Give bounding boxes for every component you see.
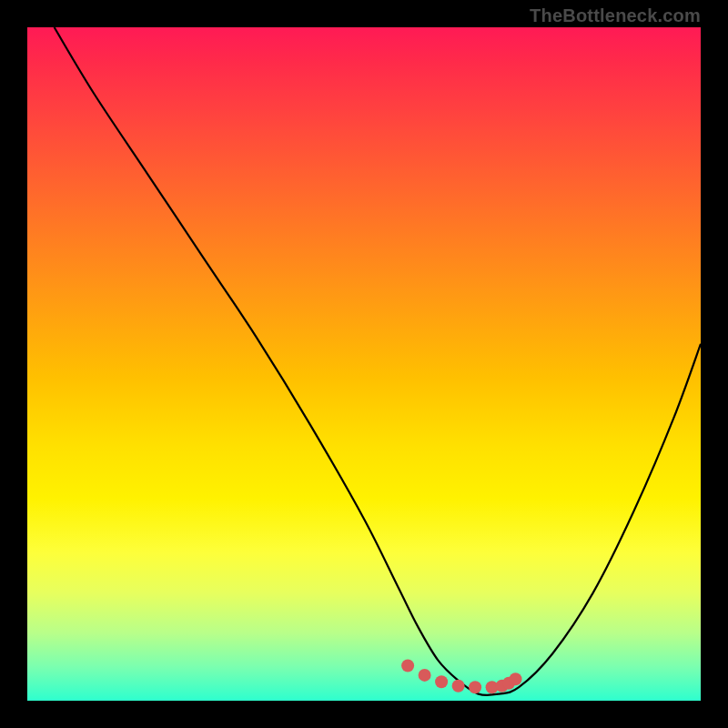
- bottleneck-curve: [55, 27, 701, 695]
- highlight-dots: [401, 660, 521, 694]
- highlight-dot: [401, 660, 414, 672]
- curve-layer: [27, 27, 701, 701]
- highlight-dot: [419, 669, 431, 682]
- highlight-dot: [469, 681, 481, 693]
- watermark-text: TheBottleneck.com: [530, 5, 701, 26]
- highlight-dot: [510, 672, 522, 685]
- plot-area: [27, 27, 701, 701]
- highlight-dot: [452, 680, 465, 693]
- chart-frame: TheBottleneck.com: [0, 0, 728, 728]
- highlight-dot: [435, 675, 448, 688]
